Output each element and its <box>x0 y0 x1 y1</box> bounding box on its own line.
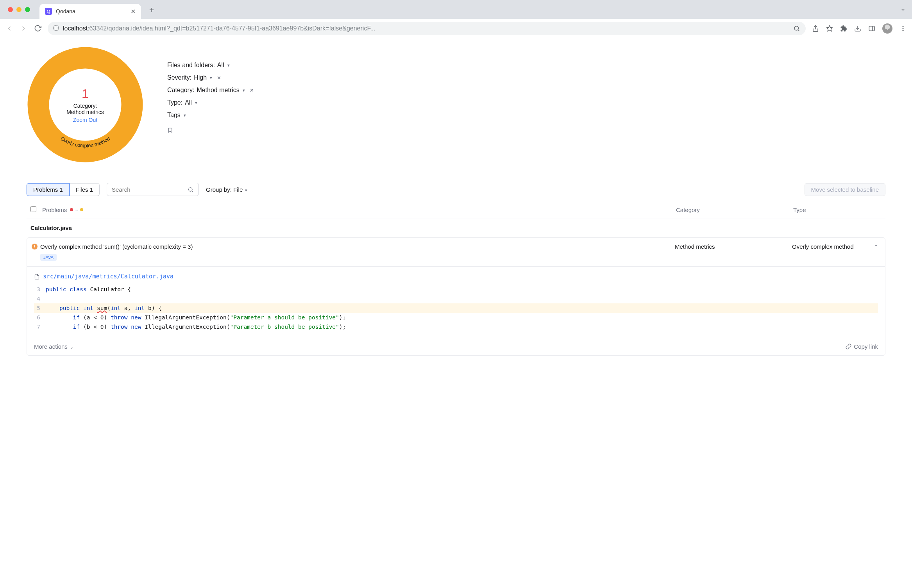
new-tab-button[interactable]: ＋ <box>146 4 157 15</box>
browser-tab[interactable]: Q Qodana ✕ <box>39 4 141 19</box>
filter-type[interactable]: Type: All ▾ <box>167 99 254 106</box>
svg-point-9 <box>903 30 904 31</box>
search-input-wrapper <box>107 183 199 196</box>
severity-indicator-icon: → <box>70 208 83 212</box>
table-header: Problems → Category Type <box>27 200 885 219</box>
file-icon <box>34 273 40 280</box>
bookmark-star-icon[interactable] <box>826 25 833 32</box>
file-path-link[interactable]: src/main/java/metrics/Calculator.java <box>34 273 878 280</box>
file-group-header[interactable]: Calculator.java <box>27 219 885 235</box>
zoom-icon[interactable] <box>793 25 800 32</box>
menu-icon[interactable] <box>899 25 907 32</box>
chevron-down-icon: ▾ <box>184 113 186 118</box>
collapse-icon[interactable]: ⌃ <box>870 244 878 249</box>
svg-line-1 <box>798 30 799 31</box>
close-window-button[interactable] <box>8 7 13 12</box>
svg-rect-5 <box>869 26 874 31</box>
qodana-favicon-icon: Q <box>45 8 52 15</box>
svg-point-7 <box>903 26 904 27</box>
chevron-down-icon: ▾ <box>245 188 247 192</box>
chevron-down-icon: ▾ <box>195 100 197 105</box>
warning-icon <box>32 244 38 249</box>
minimize-window-button[interactable] <box>16 7 21 12</box>
svg-point-12 <box>189 187 192 191</box>
zoom-out-link[interactable]: Zoom Out <box>66 117 104 123</box>
svg-point-8 <box>903 28 904 29</box>
address-bar[interactable]: ⓘ localhost:63342/qodana.ide/idea.html?_… <box>48 22 806 35</box>
language-tag: JAVA <box>40 254 57 261</box>
chevron-down-icon: ▾ <box>243 88 245 93</box>
filter-tags[interactable]: Tags ▾ <box>167 112 254 119</box>
search-icon <box>188 186 194 192</box>
column-type: Type <box>793 207 882 213</box>
filter-files[interactable]: Files and folders: All ▾ <box>167 62 254 69</box>
maximize-window-button[interactable] <box>25 7 30 12</box>
search-input[interactable] <box>112 186 188 193</box>
issue-tags: JAVA <box>27 252 885 266</box>
tab-files[interactable]: Files 1 <box>70 183 100 196</box>
select-all-checkbox[interactable] <box>30 206 36 212</box>
issue-type: Overly complex method <box>792 243 870 250</box>
chevron-down-icon: ▾ <box>227 63 230 68</box>
site-info-icon[interactable]: ⓘ <box>53 25 59 32</box>
window-controls <box>8 7 30 12</box>
tab-problems[interactable]: Problems 1 <box>27 183 70 196</box>
donut-center: 1 Category: Method metrics Zoom Out <box>66 87 104 123</box>
clear-filter-icon[interactable]: ✕ <box>217 75 221 81</box>
tabs-dropdown-icon[interactable] <box>900 6 906 12</box>
move-to-baseline-button[interactable]: Move selected to baseline <box>805 183 885 196</box>
column-category: Category <box>676 207 793 213</box>
issue-row[interactable]: Overly complex method 'sum()' (cyclomati… <box>27 238 885 252</box>
back-button[interactable] <box>5 25 13 32</box>
filters-panel: Files and folders: All ▾ Severity: High … <box>167 46 254 163</box>
toolbar-icons <box>812 23 907 34</box>
browser-chrome: Q Qodana ✕ ＋ ⓘ localhost:63342/qodana.id… <box>0 0 912 38</box>
issue-card: Overly complex method 'sum()' (cyclomati… <box>27 237 885 356</box>
column-problems: Problems <box>42 207 67 213</box>
close-tab-icon[interactable]: ✕ <box>131 8 136 15</box>
tab-bar: Q Qodana ✕ ＋ <box>0 0 912 19</box>
reload-button[interactable] <box>34 25 41 32</box>
bookmark-icon[interactable] <box>167 127 254 134</box>
copy-link-button[interactable]: Copy link <box>846 343 878 350</box>
issue-title: Overly complex method 'sum()' (cyclomati… <box>40 243 675 250</box>
profile-avatar[interactable] <box>882 23 892 34</box>
issue-footer: More actions ⌄ Copy link <box>27 338 885 355</box>
extensions-icon[interactable] <box>840 25 847 32</box>
code-snippet: 3public class Calculator {45 public int … <box>34 285 878 331</box>
svg-marker-3 <box>827 25 833 31</box>
browser-toolbar: ⓘ localhost:63342/qodana.ide/idea.html?_… <box>0 19 912 38</box>
sunburst-chart[interactable]: 1 Category: Method metrics Zoom Out Over… <box>27 46 144 163</box>
issue-count: 1 <box>66 87 104 101</box>
filter-category[interactable]: Category: Method metrics ▾ ✕ <box>167 87 254 94</box>
page-content: 1 Category: Method metrics Zoom Out Over… <box>0 38 912 371</box>
tab-title: Qodana <box>56 8 127 14</box>
more-actions-dropdown[interactable]: More actions ⌄ <box>34 343 73 350</box>
clear-filter-icon[interactable]: ✕ <box>250 87 254 93</box>
share-icon[interactable] <box>812 25 819 32</box>
sidepanel-icon[interactable] <box>868 25 875 32</box>
filter-severity[interactable]: Severity: High ▾ ✕ <box>167 74 254 81</box>
downloads-icon[interactable] <box>854 25 861 32</box>
issue-body: src/main/java/metrics/Calculator.java 3p… <box>27 266 885 338</box>
forward-button[interactable] <box>20 25 27 32</box>
issue-category: Method metrics <box>675 243 792 250</box>
tab-group: Problems 1 Files 1 <box>27 183 100 196</box>
chevron-down-icon: ▾ <box>210 75 212 80</box>
group-by-dropdown[interactable]: Group by: File ▾ <box>206 186 247 193</box>
url-text: localhost:63342/qodana.ide/idea.html?_qd… <box>63 25 789 32</box>
svg-line-13 <box>192 191 193 192</box>
svg-point-0 <box>794 26 799 30</box>
donut-category-label: Category: Method metrics <box>66 103 104 115</box>
problems-toolbar: Problems 1 Files 1 Group by: File ▾ Move… <box>27 183 885 196</box>
